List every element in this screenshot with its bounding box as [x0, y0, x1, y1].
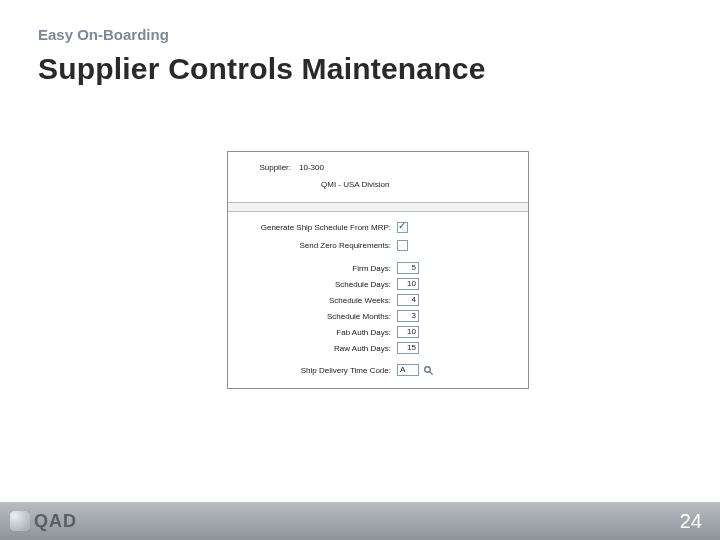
- gen-mrp-checkbox[interactable]: [397, 222, 408, 233]
- raw-auth-row: Raw Auth Days: 15: [236, 340, 520, 356]
- brand-logo: QAD: [10, 511, 77, 532]
- send-zero-label: Send Zero Requirements:: [236, 241, 397, 250]
- supplier-value: 10-300: [297, 163, 324, 172]
- supplier-desc-row: QMI - USA Division: [236, 176, 520, 192]
- form-panel: Supplier: 10-300 QMI - USA Division Gene…: [227, 151, 529, 389]
- schedule-weeks-label: Schedule Weeks:: [236, 296, 397, 305]
- page-number: 24: [680, 510, 702, 533]
- send-zero-checkbox[interactable]: [397, 240, 408, 251]
- svg-line-1: [429, 371, 432, 374]
- schedule-days-input[interactable]: 10: [397, 278, 419, 290]
- footer-bar: QAD 24: [0, 502, 720, 540]
- ship-delivery-time-input[interactable]: A: [397, 364, 419, 376]
- schedule-days-row: Schedule Days: 10: [236, 276, 520, 292]
- send-zero-row: Send Zero Requirements:: [236, 236, 520, 254]
- supplier-label: Supplier:: [236, 163, 297, 172]
- panel-body-section: Generate Ship Schedule From MRP: Send Ze…: [228, 212, 528, 388]
- supplier-desc: QMI - USA Division: [297, 180, 389, 189]
- panel-header-section: Supplier: 10-300 QMI - USA Division: [228, 152, 528, 202]
- schedule-months-input[interactable]: 3: [397, 310, 419, 322]
- gen-mrp-label: Generate Ship Schedule From MRP:: [236, 223, 397, 232]
- ship-delivery-time-label: Ship Delivery Time Code:: [236, 366, 397, 375]
- page-title: Supplier Controls Maintenance: [38, 52, 486, 86]
- ship-delivery-time-field: A: [397, 364, 434, 376]
- section-divider: [228, 202, 528, 212]
- fab-auth-row: Fab Auth Days: 10: [236, 324, 520, 340]
- firm-days-input[interactable]: 5: [397, 262, 419, 274]
- svg-point-0: [424, 366, 430, 372]
- logo-mark-icon: [10, 511, 30, 531]
- schedule-months-row: Schedule Months: 3: [236, 308, 520, 324]
- raw-auth-label: Raw Auth Days:: [236, 344, 397, 353]
- gen-mrp-row: Generate Ship Schedule From MRP:: [236, 218, 520, 236]
- kicker: Easy On-Boarding: [38, 26, 169, 43]
- supplier-row: Supplier: 10-300: [236, 158, 520, 176]
- raw-auth-input[interactable]: 15: [397, 342, 419, 354]
- search-icon[interactable]: [422, 364, 434, 376]
- ship-delivery-time-row: Ship Delivery Time Code: A: [236, 362, 520, 378]
- logo-text: QAD: [34, 511, 77, 532]
- fab-auth-input[interactable]: 10: [397, 326, 419, 338]
- schedule-weeks-row: Schedule Weeks: 4: [236, 292, 520, 308]
- fab-auth-label: Fab Auth Days:: [236, 328, 397, 337]
- firm-days-row: Firm Days: 5: [236, 260, 520, 276]
- schedule-weeks-input[interactable]: 4: [397, 294, 419, 306]
- schedule-days-label: Schedule Days:: [236, 280, 397, 289]
- firm-days-label: Firm Days:: [236, 264, 397, 273]
- schedule-months-label: Schedule Months:: [236, 312, 397, 321]
